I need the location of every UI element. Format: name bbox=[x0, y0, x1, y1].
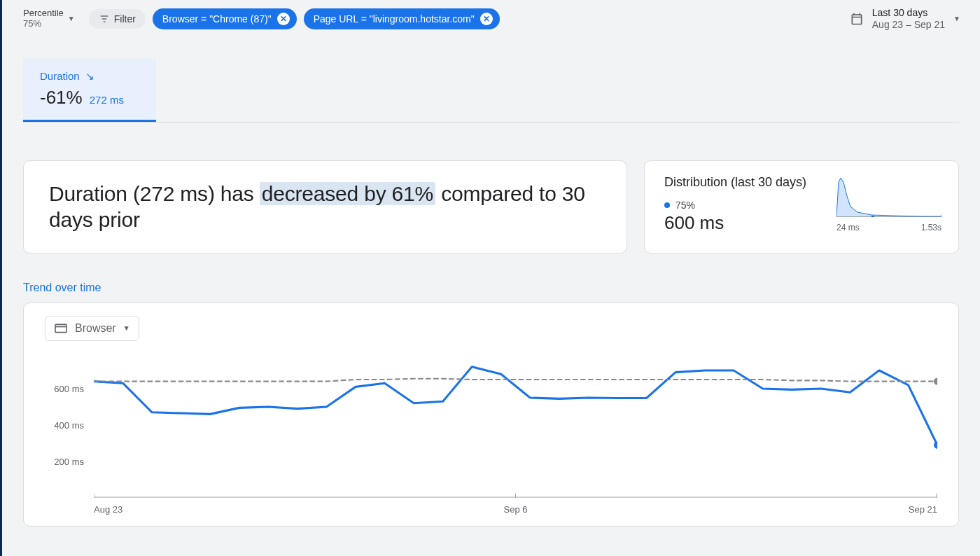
chevron-down-icon: ▼ bbox=[123, 324, 130, 332]
x-tick: Aug 23 bbox=[94, 504, 122, 515]
metric-tabs: Duration ↘ -61% 272 ms bbox=[23, 59, 959, 123]
x-axis-labels: Aug 23 Sep 6 Sep 21 bbox=[94, 504, 937, 515]
filter-label: Filter bbox=[114, 13, 136, 25]
calendar-icon bbox=[850, 12, 864, 26]
distribution-value: 600 ms bbox=[664, 212, 822, 234]
chevron-down-icon: ▼ bbox=[68, 15, 75, 23]
date-range-picker[interactable]: Last 30 days Aug 23 – Sep 21 ▼ bbox=[850, 7, 960, 31]
tab-duration[interactable]: Duration ↘ -61% 272 ms bbox=[23, 59, 156, 122]
chevron-down-icon: ▼ bbox=[953, 15, 960, 23]
filter-chip-url[interactable]: Page URL = "livingroom.hotstar.com" ✕ bbox=[304, 8, 500, 29]
percentile-label: Percentile bbox=[23, 8, 64, 19]
filter-chip-browser[interactable]: Browser = "Chrome (87)" ✕ bbox=[153, 8, 297, 29]
percentile-value: 75% bbox=[23, 19, 64, 29]
filter-button[interactable]: Filter bbox=[89, 9, 146, 29]
top-filter-bar: Percentile 75% ▼ Filter Browser = "Chrom… bbox=[2, 0, 980, 38]
trend-section-label: Trend over time bbox=[23, 282, 980, 294]
trend-down-icon: ↘ bbox=[85, 70, 94, 83]
date-range-value: Aug 23 – Sep 21 bbox=[872, 19, 945, 31]
dist-min: 24 ms bbox=[836, 223, 860, 232]
trend-chart: 600 ms 400 ms 200 ms Aug 23 Sep 6 Sep 21 bbox=[45, 352, 937, 519]
summary-sentence: Duration (272 ms) has decreased by 61% c… bbox=[49, 181, 601, 233]
tab-change-pct: -61% bbox=[40, 87, 83, 109]
groupby-selector[interactable]: Browser ▼ bbox=[45, 316, 139, 341]
y-axis-labels: 600 ms 400 ms 200 ms bbox=[45, 352, 87, 498]
summary-pre: Duration (272 ms) has bbox=[49, 182, 260, 205]
dist-max: 1.53s bbox=[921, 223, 941, 232]
groupby-label: Browser bbox=[75, 322, 116, 335]
distribution-title: Distribution (last 30 days) bbox=[664, 175, 822, 190]
close-icon[interactable]: ✕ bbox=[277, 13, 290, 25]
distribution-card: Distribution (last 30 days) 75% 600 ms 2… bbox=[644, 160, 959, 253]
x-tick: Sep 6 bbox=[504, 504, 528, 515]
trend-card: Browser ▼ 600 ms 400 ms 200 ms Aug 23 Se… bbox=[23, 303, 959, 527]
tab-title: Duration bbox=[40, 70, 80, 82]
summary-card: Duration (272 ms) has decreased by 61% c… bbox=[23, 160, 627, 253]
distribution-pct: 75% bbox=[676, 200, 695, 211]
series-dot-icon bbox=[664, 202, 670, 208]
svg-rect-7 bbox=[55, 324, 66, 332]
close-icon[interactable]: ✕ bbox=[480, 13, 493, 25]
svg-point-14 bbox=[934, 377, 937, 384]
percentile-selector[interactable]: Percentile 75% ▼ bbox=[23, 8, 75, 29]
chip-text: Page URL = "livingroom.hotstar.com" bbox=[314, 13, 475, 25]
y-tick: 200 ms bbox=[54, 456, 84, 466]
x-tick: Sep 21 bbox=[909, 504, 937, 515]
filter-icon bbox=[99, 13, 110, 25]
date-range-label: Last 30 days bbox=[872, 7, 945, 19]
y-tick: 400 ms bbox=[54, 419, 84, 430]
browser-icon bbox=[54, 323, 68, 334]
svg-point-13 bbox=[934, 441, 937, 448]
y-tick: 600 ms bbox=[54, 383, 84, 394]
svg-rect-6 bbox=[872, 216, 874, 217]
summary-highlight: decreased by 61% bbox=[260, 182, 435, 205]
chip-text: Browser = "Chrome (87)" bbox=[162, 13, 272, 25]
tab-value-ms: 272 ms bbox=[90, 94, 124, 106]
distribution-sparkline: 24 ms 1.53s bbox=[836, 175, 941, 242]
